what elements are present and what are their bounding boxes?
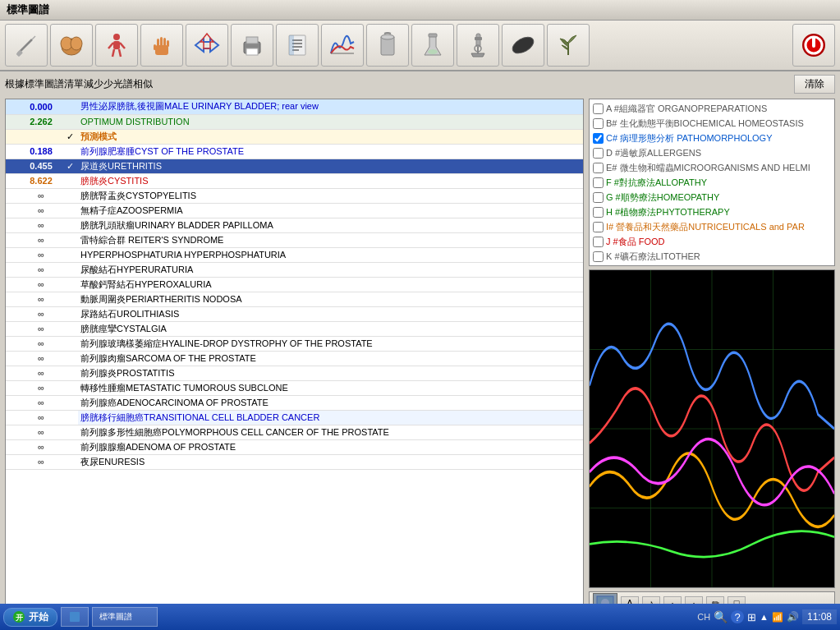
- figure-button[interactable]: [95, 24, 138, 67]
- row-checkbox[interactable]: [62, 144, 78, 159]
- row-text[interactable]: 尿酸結石HYPERURATURIA: [78, 262, 583, 277]
- cb-item-d[interactable]: D #過敏原ALLERGENS: [593, 145, 831, 160]
- row-checkbox[interactable]: [62, 218, 78, 232]
- row-text[interactable]: 轉移性腫瘤METASTATIC TUMOROUS SUBCLONE: [78, 380, 583, 395]
- row-checkbox[interactable]: [62, 203, 78, 218]
- row-text[interactable]: OPTIMUM DISTRIBUTION: [78, 114, 583, 129]
- row-text[interactable]: 男性泌尿膀胱,後視圖MALE URINARY BLADDER; rear vie…: [78, 99, 583, 114]
- row-checkbox[interactable]: [62, 425, 78, 439]
- row-text[interactable]: 膀胱乳頭狀瘤URINARY BLADDER PAPILLOMA: [78, 218, 583, 232]
- cb-item-g[interactable]: G #順勢療法HOMEOPATHY: [593, 190, 831, 205]
- arrows-button[interactable]: [186, 24, 228, 67]
- svg-point-6: [113, 34, 120, 40]
- row-checkbox[interactable]: ✓: [62, 159, 78, 173]
- row-text[interactable]: 前列腺肉瘤SARCOMA OF THE PROSTATE: [78, 351, 583, 366]
- clear-button[interactable]: 清除: [794, 75, 835, 94]
- capsule-button[interactable]: [502, 24, 544, 67]
- row-checkbox[interactable]: [62, 99, 78, 114]
- row-text[interactable]: 前列腺多形性細胞癌POLYMORPHOUS CELL CANCER OF THE…: [78, 425, 583, 439]
- row-checkbox[interactable]: [62, 439, 78, 454]
- row-checkbox[interactable]: [62, 380, 78, 395]
- row-text[interactable]: 前列腺玻璃樣萎縮症HYALINE-DROP DYSTROPHY OF THE P…: [78, 336, 583, 351]
- cb-item-c[interactable]: C# 病理形態分析 PATHOMORPHOLOGY: [593, 131, 831, 145]
- row-checkbox[interactable]: [62, 321, 78, 336]
- flask-button[interactable]: [411, 24, 454, 67]
- row-text[interactable]: 膀胱腎盂炎CYSTOPYELITIS: [78, 188, 583, 203]
- cb-item-a[interactable]: A #組織器官 ORGANOPREPARATIONS: [593, 101, 831, 116]
- row-checkbox[interactable]: [62, 188, 78, 203]
- taskbar-up-icon[interactable]: ▲: [760, 612, 769, 622]
- row-text[interactable]: 尿路結石UROLITHIASIS: [78, 306, 583, 321]
- row-text[interactable]: 草酸鈣腎結石HYPEROXALURIA: [78, 277, 583, 292]
- cb-item-f[interactable]: F #對抗療法ALLOPATHY: [593, 175, 831, 190]
- graph-button[interactable]: [321, 24, 364, 67]
- cb-b[interactable]: [593, 118, 604, 129]
- cb-item-k[interactable]: K #礦石療法LITOTHER: [593, 249, 831, 264]
- row-checkbox[interactable]: [62, 277, 78, 292]
- cb-h[interactable]: [593, 207, 604, 218]
- container-button[interactable]: [366, 24, 409, 67]
- chart-svg: [590, 270, 834, 587]
- row-score: 8.622: [21, 173, 62, 188]
- row-text[interactable]: 膀胱移行細胞癌TRANSITIONAL CELL BLADDER CANCER: [78, 410, 583, 425]
- print-button[interactable]: [231, 24, 273, 67]
- cb-item-h[interactable]: H #植物療法PHYTOTHERAPY: [593, 205, 831, 219]
- row-text[interactable]: 夜尿ENURESIS: [78, 454, 583, 469]
- taskbar-volume-icon[interactable]: 🔊: [787, 611, 799, 623]
- power-button[interactable]: [792, 24, 835, 67]
- hand-button[interactable]: [140, 24, 183, 67]
- row-text[interactable]: HYPERPHOSPHATURIA HYPERPHOSPHATURIA: [78, 247, 583, 262]
- row-text[interactable]: 尿道炎URETHRITIS: [78, 159, 583, 173]
- cb-k[interactable]: [593, 251, 604, 262]
- row-text[interactable]: 預測模式: [78, 129, 583, 144]
- wand-tool-button[interactable]: [5, 24, 48, 67]
- cb-e[interactable]: [593, 163, 604, 173]
- plant-button[interactable]: [547, 24, 590, 67]
- taskbar-item-2[interactable]: 標準圖譜: [92, 607, 158, 627]
- cb-d[interactable]: [593, 148, 604, 159]
- taskbar-grid-icon[interactable]: ⊞: [747, 611, 756, 623]
- row-checkbox[interactable]: [62, 454, 78, 469]
- cb-a[interactable]: [593, 103, 604, 114]
- cb-f[interactable]: [593, 177, 604, 188]
- row-checkbox[interactable]: [62, 114, 78, 129]
- row-checkbox[interactable]: [62, 366, 78, 380]
- taskbar-search-icon[interactable]: 🔍: [714, 610, 728, 623]
- row-text[interactable]: 無精子症AZOOSPERMIA: [78, 203, 583, 218]
- brain-button[interactable]: [50, 24, 93, 67]
- cb-item-b[interactable]: B# 生化動態平衡BIOCHEMICAL HOMEOSTASIS: [593, 116, 831, 131]
- row-flag: [6, 114, 21, 129]
- row-text[interactable]: 前列腺腺瘤ADENOMA OF PROSTATE: [78, 439, 583, 454]
- row-checkbox[interactable]: [62, 336, 78, 351]
- taskbar-item-1[interactable]: [61, 607, 89, 627]
- checklist-button[interactable]: [276, 24, 319, 67]
- row-checkbox[interactable]: [62, 292, 78, 306]
- microscope-button[interactable]: [457, 24, 499, 67]
- row-checkbox[interactable]: [62, 410, 78, 425]
- row-checkbox[interactable]: [62, 247, 78, 262]
- cb-label-b: B# 生化動態平衡BIOCHEMICAL HOMEOSTASIS: [606, 117, 804, 130]
- left-panel[interactable]: 0.000 男性泌尿膀胱,後視圖MALE URINARY BLADDER; re…: [5, 99, 584, 614]
- row-checkbox[interactable]: [62, 173, 78, 188]
- taskbar-help-icon[interactable]: ?: [731, 610, 744, 623]
- row-checkbox[interactable]: [62, 262, 78, 277]
- cb-g[interactable]: [593, 192, 604, 203]
- cb-item-j[interactable]: J #食品 FOOD: [593, 234, 831, 249]
- row-text[interactable]: 雷特綜合群 REITER'S SYNDROME: [78, 232, 583, 247]
- row-text[interactable]: 前列腺肥塞腫CYST OF THE PROSTATE: [78, 144, 583, 159]
- row-checkbox[interactable]: [62, 395, 78, 410]
- row-text[interactable]: 動脈周圍炎PERIARTHERITIS NODOSA: [78, 292, 583, 306]
- cb-i[interactable]: [593, 222, 604, 232]
- row-text[interactable]: 前列腺炎PROSTATITIS: [78, 366, 583, 380]
- start-button[interactable]: 开 开始: [3, 608, 57, 627]
- row-checkbox[interactable]: [62, 232, 78, 247]
- cb-c[interactable]: [593, 133, 604, 144]
- row-checkbox[interactable]: [62, 306, 78, 321]
- row-text[interactable]: 膀胱痙攣CYSTALGIA: [78, 321, 583, 336]
- cb-item-e[interactable]: E# 微生物和蠕蟲MICROORGANISMS AND HELMI: [593, 160, 831, 175]
- row-text[interactable]: 前列腺癌ADENOCARCINOMA OF PROSTATE: [78, 395, 583, 410]
- cb-j[interactable]: [593, 237, 604, 247]
- row-checkbox[interactable]: [62, 351, 78, 366]
- row-text[interactable]: 膀胱炎CYSTITIS: [78, 173, 583, 188]
- cb-item-i[interactable]: I# 營養品和天然藥品NUTRICEUTICALS and PAR: [593, 219, 831, 234]
